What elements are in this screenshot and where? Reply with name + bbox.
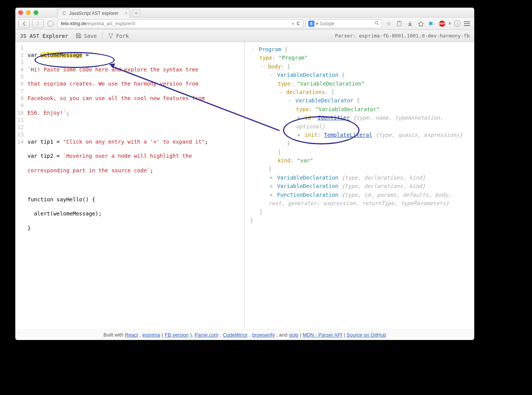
expand-toggle[interactable]: + — [268, 182, 274, 190]
close-window-button[interactable] — [18, 10, 23, 15]
parser-info: Parser: esprima-fb-8001.1001.0-dev-harmo… — [335, 33, 470, 39]
download-icon[interactable] — [406, 19, 414, 28]
fork-label: Fork — [116, 33, 129, 39]
browser-toolbar: felix-kling.de/esprima_ast_explorer/# ▾ … — [15, 18, 474, 30]
expand-toggle[interactable]: + — [268, 191, 274, 199]
footer-link-gulp[interactable]: gulp — [289, 332, 298, 338]
browser-tabs: C JavaScript AST explorer × + — [57, 8, 140, 18]
svg-point-5 — [112, 33, 113, 34]
reload-button[interactable]: C — [296, 21, 300, 26]
ast-tree[interactable]: - Program { type: "Program" - body: [ - … — [245, 42, 474, 329]
expand-toggle[interactable]: + — [296, 113, 301, 122]
fork-button[interactable]: Fork — [108, 33, 129, 39]
browser-tab-active[interactable]: C JavaScript AST explorer × — [57, 8, 130, 18]
tab-loading-icon: C — [62, 11, 67, 16]
svg-point-0 — [375, 21, 378, 24]
app-header: JS AST Explorer Save Fork Parser: esprim… — [15, 30, 474, 42]
footer-link-fb[interactable]: FB version — [165, 332, 189, 338]
collapse-toggle[interactable]: - — [268, 71, 274, 79]
back-button[interactable] — [18, 19, 30, 28]
traffic-lights — [18, 10, 38, 15]
expand-toggle[interactable]: + — [268, 173, 274, 182]
identifier-link[interactable]: Identifier — [317, 115, 350, 121]
svg-point-6 — [110, 37, 111, 38]
search-bar[interactable]: 8 ▾ Google — [306, 19, 382, 28]
minimize-window-button[interactable] — [26, 10, 31, 15]
clipboard-icon[interactable] — [395, 19, 403, 28]
app-title: JS AST Explorer — [20, 33, 68, 39]
footer-link-github[interactable]: Source on GitHub — [347, 332, 386, 338]
save-button[interactable]: Save — [76, 33, 97, 39]
globe-icon — [47, 21, 54, 27]
new-tab-button[interactable]: + — [132, 9, 140, 17]
browser-window: C JavaScript AST explorer × + felix-klin… — [15, 8, 474, 340]
svg-line-1 — [377, 24, 379, 25]
svg-rect-3 — [399, 21, 400, 22]
footer-link-parse[interactable]: Parse.com — [195, 332, 218, 338]
footer-link-codemirror[interactable]: CodeMirror — [223, 332, 248, 338]
save-icon — [76, 33, 81, 39]
chevron-right-icon — [36, 21, 40, 26]
line-gutter: 1234567891011121314 — [15, 42, 26, 329]
url-path: /esprima_ast_explorer/# — [86, 21, 136, 26]
adblock-dropdown-icon[interactable]: ▼ — [448, 21, 452, 26]
footer: Built with React, esprima (FB version), … — [15, 329, 474, 340]
code-editor[interactable]: 1234567891011121314 var welomeMessage = … — [15, 42, 245, 329]
close-tab-button[interactable]: × — [125, 11, 127, 16]
footer-link-mdn[interactable]: MDN - Parser API — [303, 332, 342, 338]
collapse-toggle[interactable]: - — [259, 62, 265, 71]
collapse-toggle[interactable]: - — [278, 88, 283, 96]
home-icon[interactable] — [416, 19, 425, 28]
divider — [102, 32, 102, 40]
footer-link-browserify[interactable]: browserify — [252, 332, 275, 338]
save-label: Save — [84, 33, 97, 39]
highlighted-token: welomeMessage — [41, 52, 83, 58]
url-host: felix-kling.de — [61, 21, 86, 26]
reader-dropdown-icon[interactable]: ▾ — [292, 21, 294, 26]
google-icon: 8 — [308, 21, 314, 27]
main-content: 1234567891011121314 var welomeMessage = … — [15, 42, 474, 329]
browser-tab-title: JavaScript AST explorer — [69, 11, 119, 16]
adblock-icon[interactable]: ABP — [438, 19, 446, 28]
maximize-window-button[interactable] — [34, 10, 38, 15]
url-bar[interactable]: felix-kling.de/esprima_ast_explorer/# ▾ … — [57, 19, 303, 28]
search-icon[interactable] — [374, 21, 379, 27]
collapse-toggle[interactable]: - — [250, 45, 255, 53]
extension-icon[interactable]: ✱· — [427, 19, 436, 28]
collapse-toggle[interactable]: - — [287, 96, 292, 105]
fork-icon — [108, 33, 114, 39]
svg-point-4 — [109, 33, 110, 34]
window-titlebar: C JavaScript AST explorer × + — [15, 8, 474, 18]
star-icon[interactable]: ☆ — [384, 19, 393, 28]
expand-toggle[interactable]: + — [296, 131, 301, 139]
forward-button[interactable] — [32, 19, 44, 28]
search-placeholder: Google — [320, 21, 335, 26]
menu-button[interactable] — [463, 19, 471, 28]
footer-link-react[interactable]: React — [125, 332, 138, 338]
search-dropdown-icon[interactable]: ▾ — [316, 21, 318, 26]
info-icon[interactable]: i — [454, 20, 460, 27]
chevron-left-icon — [22, 21, 26, 26]
code-content: var welomeMessage = `Hi! Paste some code… — [26, 42, 211, 329]
footer-link-esprima[interactable]: esprima — [142, 332, 160, 338]
